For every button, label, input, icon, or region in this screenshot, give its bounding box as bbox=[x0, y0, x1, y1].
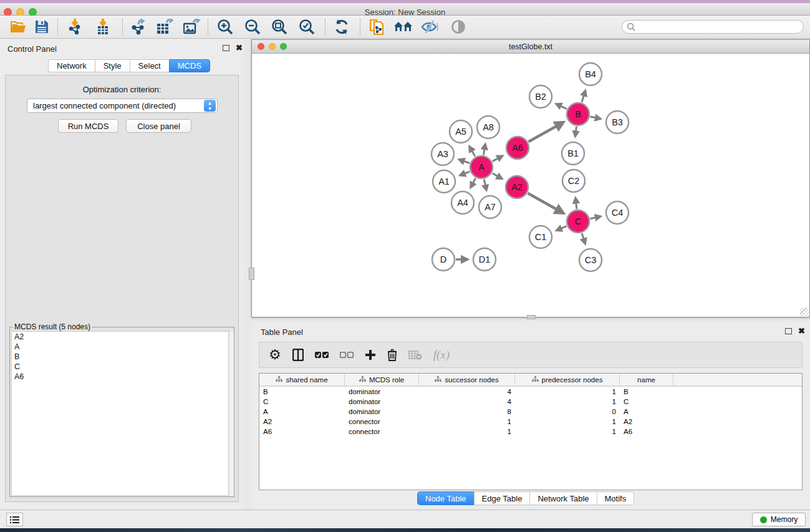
table-cell[interactable]: 4 bbox=[419, 398, 515, 405]
edge-A2-C[interactable] bbox=[528, 193, 562, 213]
bottom-divider-grip[interactable] bbox=[527, 315, 536, 319]
tab-network-table[interactable]: Network Table bbox=[529, 491, 596, 505]
table-row[interactable]: A6connector11A6 bbox=[259, 427, 802, 437]
table-cell[interactable]: dominator bbox=[345, 398, 419, 405]
node-B4[interactable]: B4 bbox=[579, 63, 602, 85]
tab-network[interactable]: Network bbox=[48, 59, 95, 72]
table-cell[interactable]: C bbox=[620, 398, 673, 405]
table-cell[interactable]: dominator bbox=[345, 388, 419, 395]
search-input[interactable] bbox=[635, 22, 791, 31]
table-cell[interactable]: A2 bbox=[259, 418, 345, 425]
tab-select[interactable]: Select bbox=[130, 59, 169, 72]
edge-B-B4[interactable] bbox=[582, 91, 586, 102]
edge-A-A3[interactable] bbox=[460, 160, 470, 163]
import-network-icon[interactable] bbox=[64, 17, 85, 36]
export-network-icon[interactable] bbox=[128, 17, 149, 36]
table-cell[interactable]: 1 bbox=[515, 388, 620, 395]
table-cell[interactable]: connector bbox=[345, 428, 419, 435]
node-B[interactable]: B bbox=[567, 103, 589, 125]
zoom-out-icon[interactable] bbox=[242, 17, 263, 36]
node-A1[interactable]: A1 bbox=[433, 170, 455, 193]
close-table-panel-icon[interactable]: ✖ bbox=[798, 328, 805, 334]
node-A[interactable]: A bbox=[470, 156, 493, 178]
deselect-all-icon[interactable] bbox=[340, 351, 354, 359]
node-B1[interactable]: B1 bbox=[562, 142, 584, 165]
table-cell[interactable]: 4 bbox=[419, 388, 515, 395]
zoom-in-icon[interactable] bbox=[215, 17, 236, 36]
table-cell[interactable]: A bbox=[620, 408, 673, 415]
mcds-result-item[interactable]: C bbox=[12, 362, 228, 372]
table-cell[interactable]: 0 bbox=[515, 408, 620, 415]
open-session-icon[interactable] bbox=[8, 17, 29, 36]
table-cell[interactable]: connector bbox=[345, 418, 419, 425]
select-all-icon[interactable] bbox=[315, 351, 329, 359]
show-all-icon[interactable] bbox=[448, 17, 469, 36]
export-table-icon[interactable] bbox=[154, 17, 175, 36]
close-panel-icon[interactable]: ✖ bbox=[236, 45, 243, 51]
search-field[interactable] bbox=[622, 20, 804, 34]
resize-grip-icon[interactable] bbox=[800, 307, 809, 316]
table-row[interactable]: Adominator80A bbox=[259, 407, 802, 417]
edge-C-C4[interactable] bbox=[591, 216, 600, 219]
refresh-icon[interactable] bbox=[331, 17, 352, 36]
tab-mcds[interactable]: MCDS bbox=[169, 59, 210, 72]
column-header-successor-nodes[interactable]: successor nodes bbox=[419, 374, 515, 385]
node-B2[interactable]: B2 bbox=[529, 85, 552, 108]
table-options-icon[interactable]: ⚙ bbox=[269, 347, 281, 363]
column-header-MCDS-role[interactable]: MCDS role bbox=[345, 374, 419, 385]
tab-motifs[interactable]: Motifs bbox=[597, 491, 635, 505]
hide-selected-icon[interactable] bbox=[419, 17, 440, 36]
node-C1[interactable]: C1 bbox=[529, 226, 552, 248]
mcds-result-item[interactable]: A6 bbox=[12, 372, 228, 382]
edge-A-A2[interactable] bbox=[492, 173, 501, 179]
zoom-selected-icon[interactable] bbox=[296, 17, 317, 36]
edge-A6-B[interactable] bbox=[528, 123, 562, 142]
task-history-button[interactable] bbox=[6, 513, 23, 526]
edge-A-A5[interactable] bbox=[470, 147, 475, 156]
table-cell[interactable]: 1 bbox=[515, 398, 620, 405]
float-panel-icon[interactable] bbox=[223, 45, 229, 51]
table-row[interactable]: Cdominator41C bbox=[259, 397, 802, 407]
export-image-icon[interactable] bbox=[181, 17, 202, 36]
criterion-dropdown[interactable]: largest connected component (directed) ▲… bbox=[27, 99, 218, 113]
table-cell[interactable]: 1 bbox=[515, 428, 620, 435]
table-row[interactable]: A2connector11A2 bbox=[259, 417, 802, 427]
table-cell[interactable]: A2 bbox=[620, 418, 673, 425]
node-C3[interactable]: C3 bbox=[579, 249, 602, 271]
network-canvas[interactable]: AA1A2A3A4A5A6A7A8BB1B2B3B4CC1C2C3C4DD1 bbox=[253, 54, 809, 316]
zoom-fit-icon[interactable] bbox=[269, 17, 290, 36]
node-A6[interactable]: A6 bbox=[506, 137, 529, 159]
node-D1[interactable]: D1 bbox=[473, 248, 496, 271]
function-builder-icon[interactable]: f(x) bbox=[433, 348, 450, 362]
delete-column-icon[interactable] bbox=[387, 349, 397, 361]
node-C4[interactable]: C4 bbox=[606, 201, 629, 224]
zoom-network-button[interactable] bbox=[280, 43, 287, 50]
table-cell[interactable]: A bbox=[259, 408, 345, 415]
tab-style[interactable]: Style bbox=[95, 59, 130, 72]
node-A2[interactable]: A2 bbox=[506, 176, 528, 198]
delete-table-icon[interactable] bbox=[408, 350, 422, 360]
tab-node-table[interactable]: Node Table bbox=[417, 491, 474, 505]
tab-edge-table[interactable]: Edge Table bbox=[474, 491, 530, 505]
edge-A-A6[interactable] bbox=[493, 156, 503, 161]
table-cell[interactable]: 1 bbox=[419, 428, 515, 435]
memory-button[interactable]: Memory bbox=[752, 513, 806, 526]
table-cell[interactable]: B bbox=[259, 388, 345, 395]
add-column-icon[interactable] bbox=[365, 349, 376, 360]
close-panel-button[interactable]: Close panel bbox=[126, 119, 191, 133]
close-network-button[interactable] bbox=[258, 43, 264, 50]
node-A8[interactable]: A8 bbox=[477, 116, 499, 138]
run-mcds-button[interactable]: Run MCDS bbox=[58, 119, 118, 133]
new-network-from-selection-icon[interactable] bbox=[367, 17, 388, 36]
import-table-icon[interactable] bbox=[92, 17, 113, 36]
node-D[interactable]: D bbox=[432, 248, 455, 271]
table-cell[interactable]: 1 bbox=[419, 418, 515, 425]
table-cell[interactable]: C bbox=[259, 398, 345, 405]
node-C[interactable]: C bbox=[567, 210, 589, 233]
table-row[interactable]: Bdominator41B bbox=[259, 387, 802, 397]
mcds-result-item[interactable]: A bbox=[12, 342, 228, 352]
node-A3[interactable]: A3 bbox=[432, 143, 454, 165]
edge-C-C1[interactable] bbox=[557, 226, 567, 231]
table-cell[interactable]: dominator bbox=[345, 408, 419, 415]
mcds-list-scrollbar[interactable] bbox=[229, 331, 234, 496]
